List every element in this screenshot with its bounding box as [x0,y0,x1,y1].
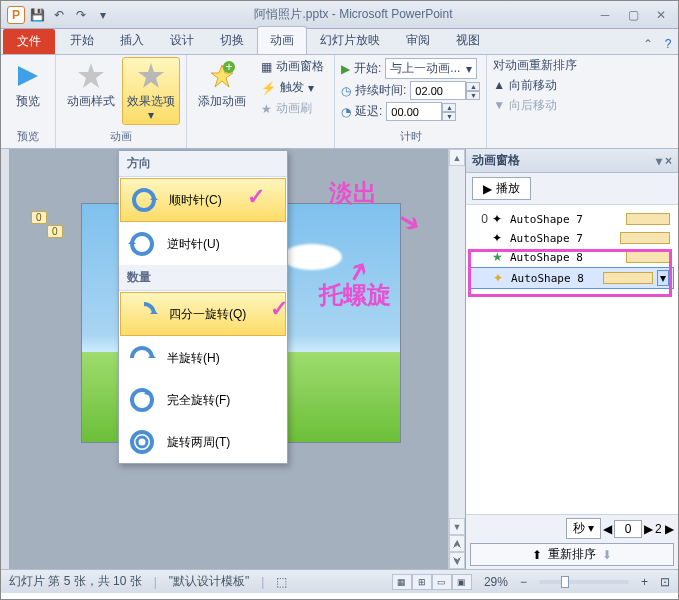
pane-header: 动画窗格 ▾ × [466,149,678,173]
full-icon [127,385,157,415]
qat-dropdown-icon[interactable]: ▾ [93,5,113,25]
chevron-down-icon: ▾ [308,81,314,95]
preview-button[interactable]: 预览 [7,57,49,111]
tab-insert[interactable]: 插入 [107,26,157,54]
tab-review[interactable]: 审阅 [393,26,443,54]
fit-window-icon[interactable]: ⊡ [660,575,670,589]
time-next-icon[interactable]: ▶ [644,522,653,536]
tab-animation[interactable]: 动画 [257,26,307,54]
menu-header-direction: 方向 [119,151,287,177]
pane-dropdown-icon[interactable]: ▾ [656,154,662,168]
effect-icon: ★ [492,250,506,264]
restore-icon[interactable]: ▢ [622,6,644,24]
add-animation-button[interactable]: + 添加动画 [193,57,251,118]
list-item[interactable]: ★ AutoShape 8 [470,248,674,266]
close-icon[interactable]: ✕ [650,6,672,24]
time-end-icon[interactable]: 2 ▶ [655,522,674,536]
save-icon[interactable]: 💾 [27,5,47,25]
list-item[interactable]: ✦ AutoShape 7 [470,229,674,247]
item-dropdown-icon[interactable]: ▾ [657,270,669,286]
titlebar: P 💾 ↶ ↷ ▾ 阿悄照片.pptx - Microsoft PowerPoi… [1,1,678,29]
list-item[interactable]: ✦ AutoShape 8 ▾ [470,267,674,289]
undo-icon[interactable]: ↶ [49,5,69,25]
annotation-spin: 托螺旋 [319,279,391,311]
chevron-down-icon: ▾ [466,62,472,76]
app-icon[interactable]: P [7,6,25,24]
duration-input[interactable]: ▲▼ [410,81,480,100]
language-icon[interactable]: ⬚ [276,575,287,589]
template-name[interactable]: "默认设计模板" [169,573,250,590]
prev-slide-icon[interactable]: ⮝ [449,535,465,552]
normal-view-icon[interactable]: ▦ [392,574,412,590]
down-icon: ⬇ [602,548,612,562]
list-item[interactable]: 0 ✦ AutoShape 7 [470,210,674,228]
trigger-icon: ⚡ [261,81,276,95]
next-slide-icon[interactable]: ⮟ [449,552,465,569]
trigger-button[interactable]: ⚡触发 ▾ [257,78,328,97]
timeline-bar[interactable] [620,232,670,244]
zoom-out-icon[interactable]: − [520,575,527,589]
slide-counter[interactable]: 幻灯片 第 5 张，共 10 张 [9,573,142,590]
painter-icon: ★ [261,102,272,116]
timeline-bar[interactable] [603,272,653,284]
tab-transition[interactable]: 切换 [207,26,257,54]
duration-icon: ◷ [341,84,351,98]
seconds-dropdown[interactable]: 秒 ▾ [566,518,601,539]
zoom-slider[interactable] [539,580,629,584]
delay-input[interactable]: ▲▼ [386,102,456,121]
tab-design[interactable]: 设计 [157,26,207,54]
menu-counterclockwise[interactable]: 逆时针(U) [119,223,287,265]
window-title: 阿悄照片.pptx - Microsoft PowerPoint [113,6,594,23]
move-earlier-button[interactable]: ▲ 向前移动 [493,77,577,94]
tab-home[interactable]: 开始 [57,26,107,54]
svg-marker-9 [128,240,136,244]
redo-icon[interactable]: ↷ [71,5,91,25]
animation-painter-button[interactable]: ★动画刷 [257,99,328,118]
tab-slideshow[interactable]: 幻灯片放映 [307,26,393,54]
seconds-value[interactable]: 0 [614,520,642,538]
tab-view[interactable]: 视图 [443,26,493,54]
pane-title: 动画窗格 [472,152,520,169]
animation-pane-button[interactable]: ▦动画窗格 [257,57,328,76]
ribbon-minimize-icon[interactable]: ⌃ [638,34,658,54]
timeline-bar[interactable] [626,251,670,263]
menu-two-spins[interactable]: 旋转两周(T) [119,421,287,463]
animation-style-button[interactable]: 动画样式 [62,57,120,125]
reorder-button[interactable]: ⬆ 重新排序 ⬇ [470,543,674,566]
preview-icon [12,60,44,92]
chevron-down-icon: ▾ [148,108,154,122]
menu-quarter-spin[interactable]: 四分一旋转(Q) [120,292,286,336]
play-button[interactable]: ▶播放 [472,177,531,200]
effect-options-button[interactable]: 效果选项▾ [122,57,180,125]
pane-controls: ▶播放 [466,173,678,205]
time-prev-icon[interactable]: ◀ [603,522,612,536]
group-preview: 预览 预览 [1,55,56,148]
annotation-fadeout: 淡出 [329,177,377,209]
zoom-level[interactable]: 29% [484,575,508,589]
status-bar: 幻灯片 第 5 张，共 10 张 | "默认设计模板" | ⬚ ▦ ⊞ ▭ ▣ … [1,569,678,593]
ribbon-tabs: 文件 开始 插入 设计 切换 动画 幻灯片放映 审阅 视图 ⌃ ? [1,29,678,55]
slideshow-view-icon[interactable]: ▣ [452,574,472,590]
menu-header-amount: 数量 [119,265,287,291]
sorter-view-icon[interactable]: ⊞ [412,574,432,590]
vertical-scrollbar[interactable]: ▲ ▼ ⮝ ⮟ [448,149,465,569]
tab-file[interactable]: 文件 [3,29,55,54]
scroll-down-icon[interactable]: ▼ [449,518,465,535]
svg-text:+: + [225,61,232,74]
menu-half-spin[interactable]: 半旋转(H) [119,337,287,379]
menu-full-spin[interactable]: 完全旋转(F) [119,379,287,421]
effect-icon: ✦ [492,212,506,226]
help-icon[interactable]: ? [658,34,678,54]
start-combo[interactable]: 与上一动画...▾ [385,58,477,79]
svg-marker-0 [18,66,38,86]
zoom-in-icon[interactable]: + [641,575,648,589]
pane-close-icon[interactable]: × [665,154,672,168]
reading-view-icon[interactable]: ▭ [432,574,452,590]
svg-marker-1 [78,63,104,88]
anim-tag[interactable]: 0 [47,225,63,238]
scroll-up-icon[interactable]: ▲ [449,149,465,166]
timeline-bar[interactable] [626,213,670,225]
anim-tag[interactable]: 0 [31,211,47,224]
move-later-button[interactable]: ▼ 向后移动 [493,97,577,114]
minimize-icon[interactable]: ─ [594,6,616,24]
